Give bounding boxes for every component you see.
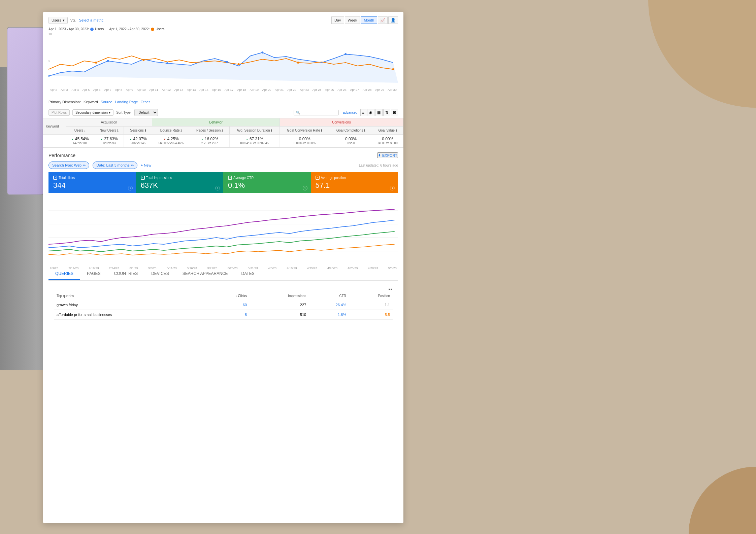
plot-rows-button[interactable]: Plot Rows [48, 109, 70, 116]
x-label: Apr 15 [199, 88, 208, 92]
performance-section: Performance ⬇ EXPORT Search type: Web ✏ … [43, 147, 403, 323]
goal-completions-value: 0.00% [333, 137, 369, 141]
export-button[interactable]: ⬇ EXPORT [377, 152, 398, 158]
bounce-rate-arrow [163, 137, 166, 141]
pages-session-col-header[interactable]: Pages / Session ℹ [190, 127, 229, 135]
bounce-rate-value: 4.25% [155, 137, 187, 141]
x-label: Apr 18 [237, 88, 246, 92]
table-row: 45.54% 147 vs 101 37.63% 128 vs 93 [43, 135, 403, 147]
perf-x-label: 2/24/23 [109, 266, 119, 270]
y-label-5: 5 [48, 59, 50, 63]
goal-completions-col-header[interactable]: Goal Completions ℹ [330, 127, 372, 135]
x-label: Apr 28 [363, 88, 372, 92]
search-input[interactable] [296, 111, 336, 114]
sessions-sub: 206 vs 145 [127, 141, 149, 145]
avg-position-checkbox[interactable] [316, 176, 320, 180]
chart-svg [48, 32, 398, 86]
clicks-col-header[interactable]: ↓ Clicks [207, 292, 250, 300]
new-users-col-header[interactable]: New Users ℹ [94, 127, 124, 135]
avg-ctr-info[interactable]: ℹ [303, 186, 307, 190]
month-toggle[interactable]: Month [361, 16, 377, 24]
ctr-2: 1.6% [309, 310, 349, 320]
sessions-col-header[interactable]: Sessions ℹ [124, 127, 152, 135]
secondary-dimension-button[interactable]: Secondary dimension ▾ [72, 109, 113, 116]
total-clicks-info[interactable]: ℹ [128, 186, 133, 190]
source-dimension[interactable]: Source [101, 100, 112, 104]
pivot-view-btn[interactable]: ⊞ [391, 109, 398, 116]
filter-icon[interactable]: ⚏ [388, 285, 393, 291]
legend-dot-orange [151, 28, 154, 31]
avg-ctr-card: Average CTR 0.1% ℹ [223, 172, 311, 193]
week-toggle[interactable]: Week [345, 16, 360, 24]
search-type-filter[interactable]: Search type: Web ✏ [48, 162, 89, 169]
perf-x-label: 3/21/23 [207, 266, 217, 270]
day-toggle[interactable]: Day [331, 16, 344, 24]
bounce-rate-col-header[interactable]: Bounce Rate ℹ [152, 127, 190, 135]
avg-session-value: 67.31% [232, 137, 277, 141]
landing-page-dimension[interactable]: Landing Page [115, 100, 138, 104]
perf-x-label: 2/9/23 [50, 266, 58, 270]
svg-point-3 [226, 61, 228, 63]
pie-view-btn[interactable]: ◉ [367, 109, 374, 116]
tablet-decoration [7, 27, 44, 195]
conversions-header: Conversions [280, 118, 403, 127]
avg-position-label: Average position [321, 176, 346, 180]
metric-selector-row: Users ▾ VS. Select a metric Day Week Mon… [48, 16, 398, 24]
primary-dimension-row: Primary Dimension: Keyword Source Landin… [43, 97, 403, 107]
select-metric-link[interactable]: Select a metric [79, 18, 103, 22]
behavior-header: Behavior [152, 118, 280, 127]
total-clicks-header: Total clicks [53, 176, 131, 180]
keyword-dimension[interactable]: Keyword [84, 100, 98, 104]
metric-cards: Total clicks 344 ℹ Total impressions 637… [48, 172, 398, 193]
queries-section: ⚏ Top queries ↓ Clicks Impressions CTR P… [48, 281, 398, 323]
person-icon-btn[interactable]: 👤 [388, 16, 398, 24]
avg-position-header: Average position [316, 176, 394, 180]
goal-completions-sub: 0 vs 0 [333, 141, 369, 145]
users-dropdown[interactable]: Users ▾ [48, 17, 68, 24]
goal-conversion-col-header[interactable]: Goal Conversion Rate ℹ [280, 127, 330, 135]
avg-ctr-checkbox[interactable] [228, 176, 232, 180]
perf-x-label: 2/14/23 [68, 266, 78, 270]
impressions-1: 227 [250, 300, 309, 310]
total-impressions-checkbox[interactable] [141, 176, 145, 180]
bounce-rate-sub: 56.80% vs 54.46% [155, 141, 187, 145]
query-row: growth friday 60 227 26.4% 1.1 [54, 300, 393, 310]
other-dimension[interactable]: Other [141, 100, 150, 104]
users-col-header[interactable]: Users ↓ [66, 127, 94, 135]
svg-point-7 [142, 59, 144, 61]
total-clicks-label: Total clicks [59, 176, 75, 180]
sort-type-select[interactable]: Default [134, 109, 158, 116]
avg-ctr-header: Average CTR [228, 176, 306, 180]
x-label: Apr 26 [337, 88, 347, 92]
users-cell: 45.54% 147 vs 101 [66, 135, 94, 147]
date-range-filter[interactable]: Date: Last 3 months ✏ [93, 162, 137, 169]
perf-x-label: 3/6/23 [148, 266, 156, 270]
table-view-btn[interactable]: ≡ [360, 109, 366, 116]
pages-session-sub: 2.75 vs 2.37 [193, 141, 227, 145]
position-col-header[interactable]: Position [349, 292, 393, 300]
users-arrow [71, 137, 74, 141]
perf-x-label: 4/30/23 [368, 266, 378, 270]
secondary-dim-label: Secondary dimension [75, 111, 108, 114]
new-filter-button[interactable]: + New [141, 163, 152, 167]
goal-value-col-header[interactable]: Goal Value ℹ [372, 127, 403, 135]
sessions-cell: 42.07% 206 vs 145 [124, 135, 152, 147]
ctr-col-header[interactable]: CTR [309, 292, 349, 300]
new-users-sub: 128 vs 93 [97, 141, 121, 145]
impressions-col-header[interactable]: Impressions [250, 292, 309, 300]
avg-position-info[interactable]: ℹ [390, 186, 395, 190]
bar-view-btn[interactable]: ▦ [375, 109, 383, 116]
sort-view-btn[interactable]: ⇅ [383, 109, 390, 116]
query-row: affordable pr for small businesses 8 510… [54, 310, 393, 320]
svg-point-5 [344, 53, 347, 55]
goal-value-cell: 0.00% $0.00 vs $0.00 [372, 135, 403, 147]
legend-item-2023: Apr 1, 2023 - Apr 30, 2023: Users [48, 27, 104, 31]
total-clicks-card: Total clicks 344 ℹ [48, 172, 136, 193]
total-clicks-checkbox[interactable] [53, 176, 57, 180]
chart-icon-btn[interactable]: 📈 [378, 16, 388, 24]
goal-conversion-sub: 0.00% vs 0.00% [283, 141, 327, 145]
total-impressions-info[interactable]: ℹ [215, 186, 220, 190]
avg-session-col-header[interactable]: Avg. Session Duration ℹ [229, 127, 280, 135]
advanced-link[interactable]: advanced [343, 111, 357, 114]
new-users-cell: 37.63% 128 vs 93 [94, 135, 124, 147]
